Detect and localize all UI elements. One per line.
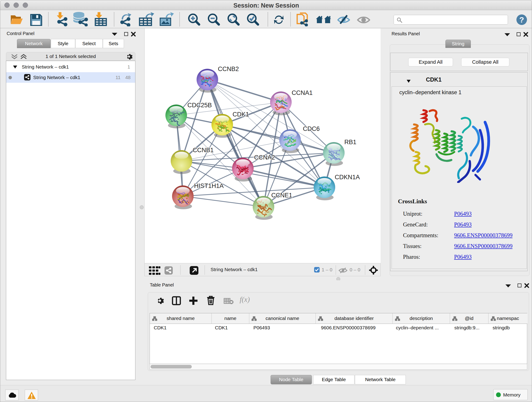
- svg-text:CCNA2: CCNA2: [254, 154, 275, 161]
- svg-text:CDC6: CDC6: [303, 125, 320, 132]
- svg-text:HIST1H1A: HIST1H1A: [194, 182, 224, 189]
- svg-text:CDKN1A: CDKN1A: [335, 174, 360, 181]
- svg-text:CCNB1: CCNB1: [193, 147, 214, 153]
- svg-text:CDC25B: CDC25B: [187, 102, 212, 109]
- svg-text:?: ?: [519, 15, 524, 24]
- svg-text:CCNA1: CCNA1: [292, 89, 313, 96]
- svg-text:CDK1: CDK1: [233, 111, 249, 118]
- svg-text:RB1: RB1: [344, 139, 356, 146]
- svg-text:CCNB2: CCNB2: [218, 65, 239, 72]
- svg-text:CCNE1: CCNE1: [271, 192, 292, 199]
